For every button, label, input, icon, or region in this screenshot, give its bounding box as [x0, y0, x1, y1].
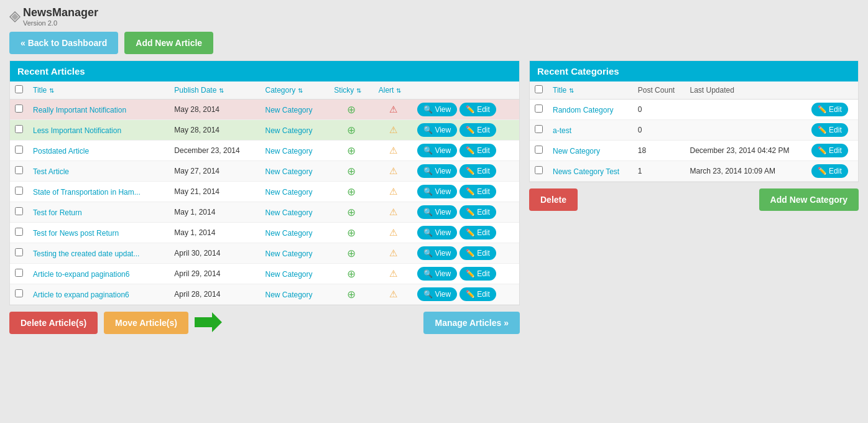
edit-category-button[interactable]: ✏️ Edit	[811, 123, 848, 137]
edit-button[interactable]: ✏️ Edit	[459, 144, 496, 157]
articles-panel: Recent Articles Title ⇅ Publish Date ⇅	[9, 60, 520, 305]
row-checkbox[interactable]	[535, 166, 543, 174]
delete-articles-button[interactable]: Delete Article(s)	[9, 312, 98, 334]
view-button[interactable]: 🔍 View	[417, 267, 457, 281]
category-title-link[interactable]: a-test	[553, 126, 571, 135]
sticky-icon: ⊕	[347, 104, 356, 116]
row-checkbox[interactable]	[535, 125, 543, 133]
row-checkbox[interactable]	[15, 289, 23, 297]
cat-col-last-updated: Last Updated	[685, 81, 806, 100]
row-action-btns: 🔍 View ✏️ Edit	[417, 267, 514, 281]
add-new-article-button[interactable]: Add New Article	[124, 32, 213, 54]
edit-button[interactable]: ✏️ Edit	[459, 205, 496, 219]
edit-button[interactable]: ✏️ Edit	[459, 226, 496, 239]
view-button[interactable]: 🔍 View	[417, 246, 457, 260]
edit-button[interactable]: ✏️ Edit	[459, 185, 496, 198]
pencil-icon: ✏️	[818, 167, 827, 175]
select-all-categories-checkbox[interactable]	[535, 85, 543, 93]
col-publish-date: Publish Date ⇅	[169, 81, 260, 100]
row-checkbox[interactable]	[15, 228, 23, 236]
row-checkbox[interactable]	[535, 105, 543, 113]
back-to-dashboard-button[interactable]: « Back to Dashboard	[9, 32, 118, 54]
row-checkbox[interactable]	[535, 146, 543, 154]
row-action-btns: 🔍 View ✏️ Edit	[417, 226, 514, 239]
add-new-category-button[interactable]: Add New Category	[759, 188, 859, 211]
edit-button[interactable]: ✏️ Edit	[459, 103, 496, 116]
main-content: Recent Articles Title ⇅ Publish Date ⇅	[9, 60, 859, 339]
table-row: Postdated Article December 23, 2014 New …	[10, 141, 519, 161]
view-button[interactable]: 🔍 View	[417, 123, 457, 137]
pencil-icon: ✏️	[466, 290, 475, 299]
article-category-link[interactable]: New Category	[265, 126, 312, 135]
view-button[interactable]: 🔍 View	[417, 103, 457, 116]
category-last-updated: March 23, 2014 10:09 AM	[685, 161, 806, 182]
article-category-link[interactable]: New Category	[265, 208, 312, 217]
article-title-link[interactable]: State of Transportation in Ham...	[33, 188, 141, 197]
col-category: Category ⇅	[260, 81, 329, 100]
manage-articles-button[interactable]: Manage Articles »	[423, 312, 520, 334]
row-checkbox[interactable]	[15, 125, 23, 133]
edit-button[interactable]: ✏️ Edit	[459, 164, 496, 178]
view-button[interactable]: 🔍 View	[417, 287, 457, 301]
article-category-link[interactable]: New Category	[265, 106, 312, 114]
col-actions	[412, 81, 519, 100]
row-action-btns: 🔍 View ✏️ Edit	[417, 246, 514, 260]
article-title-link[interactable]: Less Important Notification	[33, 126, 121, 135]
row-action-btns: 🔍 View ✏️ Edit	[417, 144, 514, 157]
article-title-link[interactable]: Test for News post Return	[33, 229, 119, 238]
edit-category-button[interactable]: ✏️ Edit	[811, 164, 848, 178]
sticky-icon: ⊕	[347, 124, 356, 136]
view-button[interactable]: 🔍 View	[417, 144, 457, 157]
row-checkbox[interactable]	[15, 248, 23, 256]
article-title-link[interactable]: Article to expand pagination6	[33, 291, 129, 299]
col-sticky: Sticky ⇅	[329, 81, 373, 100]
article-category-link[interactable]: New Category	[265, 188, 312, 197]
row-checkbox[interactable]	[15, 146, 23, 154]
article-category-link[interactable]: New Category	[265, 229, 312, 238]
articles-table-container: Title ⇅ Publish Date ⇅ Category ⇅ Sticky…	[10, 81, 519, 305]
view-button[interactable]: 🔍 View	[417, 185, 457, 198]
edit-category-button[interactable]: ✏️ Edit	[811, 144, 848, 157]
pencil-icon: ✏️	[466, 249, 475, 258]
move-articles-button[interactable]: Move Article(s)	[104, 312, 188, 334]
article-title-link[interactable]: Postdated Article	[33, 147, 89, 156]
row-checkbox[interactable]	[15, 269, 23, 277]
article-title-link[interactable]: Test Article	[33, 167, 69, 176]
pencil-icon: ✏️	[818, 126, 827, 134]
select-all-articles-checkbox[interactable]	[15, 85, 23, 93]
article-category-link[interactable]: New Category	[265, 291, 312, 299]
row-checkbox[interactable]	[15, 166, 23, 174]
category-title-link[interactable]: Random Category	[553, 106, 613, 114]
edit-button[interactable]: ✏️ Edit	[459, 267, 496, 281]
row-checkbox[interactable]	[15, 105, 23, 113]
move-arrow-icon	[195, 312, 222, 334]
pencil-icon: ✏️	[466, 126, 475, 134]
delete-categories-button[interactable]: Delete	[529, 188, 578, 211]
pencil-icon: ✏️	[466, 187, 475, 196]
article-title-link[interactable]: Test for Return	[33, 208, 82, 217]
article-category-link[interactable]: New Category	[265, 270, 312, 279]
magnify-icon: 🔍	[423, 228, 433, 237]
article-category-link[interactable]: New Category	[265, 147, 312, 156]
pencil-icon: ✏️	[466, 208, 475, 216]
category-title-link[interactable]: News Category Test	[553, 167, 619, 176]
article-publish-date: April 29, 2014	[169, 264, 260, 284]
article-category-link[interactable]: New Category	[265, 167, 312, 176]
article-title-link[interactable]: Article to-expand pagination6	[33, 270, 129, 279]
article-category-link[interactable]: New Category	[265, 249, 312, 258]
edit-category-button[interactable]: ✏️ Edit	[811, 103, 848, 116]
article-title-link[interactable]: Testing the created date updat...	[33, 249, 139, 258]
edit-button[interactable]: ✏️ Edit	[459, 287, 496, 301]
magnify-icon: 🔍	[423, 290, 433, 299]
category-title-link[interactable]: New Category	[553, 147, 600, 156]
edit-button[interactable]: ✏️ Edit	[459, 123, 496, 137]
row-checkbox[interactable]	[15, 207, 23, 215]
svg-marker-2	[195, 312, 222, 332]
view-button[interactable]: 🔍 View	[417, 205, 457, 219]
edit-button[interactable]: ✏️ Edit	[459, 246, 496, 260]
row-checkbox[interactable]	[15, 187, 23, 195]
pencil-icon: ✏️	[818, 146, 827, 155]
view-button[interactable]: 🔍 View	[417, 164, 457, 178]
article-title-link[interactable]: Really Important Notification	[33, 106, 126, 114]
view-button[interactable]: 🔍 View	[417, 226, 457, 239]
